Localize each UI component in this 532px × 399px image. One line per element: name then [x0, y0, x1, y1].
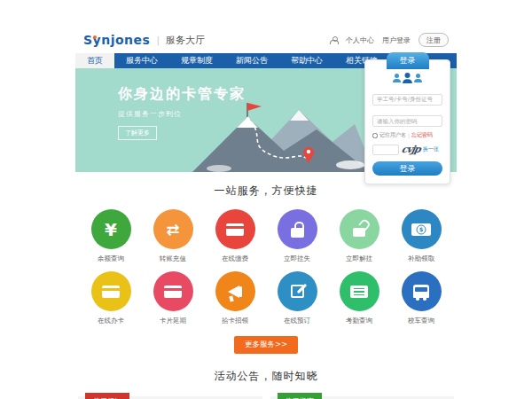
nav-item-service-center[interactable]: 服务中心 — [114, 53, 169, 68]
nav-item-news[interactable]: 新闻公告 — [224, 53, 279, 68]
users-icon — [372, 73, 442, 82]
lock-icon — [291, 228, 304, 238]
password-input[interactable] — [372, 115, 442, 127]
login-tab[interactable]: 登录 — [387, 52, 429, 69]
more-services-button[interactable]: 更多服务>> — [234, 336, 298, 354]
edit-icon — [291, 285, 304, 298]
service-label: 在线办卡 — [98, 317, 124, 325]
service-item-balance[interactable]: 余额查询 — [80, 209, 142, 263]
user-icon — [393, 74, 401, 82]
service-label: 拾卡招领 — [222, 317, 248, 325]
remember-label: 记住用户名 — [379, 131, 406, 139]
person-icon — [330, 36, 338, 44]
site-name: 服务大厅 — [166, 34, 205, 47]
hero-title: 你身边的卡管专家 — [118, 85, 246, 104]
services-row-1: 余额查询 转账充值 在线缴费 立即挂失 立即解挂 补助领取 — [75, 209, 457, 263]
services-row-2: 在线办卡 卡片延期 拾卡招领 在线预订 考勤查询 校车查询 — [75, 271, 457, 325]
service-item-subsidy[interactable]: 补助领取 — [390, 209, 452, 263]
service-item-found-card[interactable]: 拾卡招领 — [204, 271, 266, 325]
captcha-image[interactable]: cvjp — [401, 144, 422, 155]
card-icon — [102, 286, 120, 298]
service-label: 校车查询 — [408, 317, 434, 325]
header-right: 个人中心 用户登录 注册 — [330, 33, 449, 47]
service-label: 转账充值 — [160, 254, 186, 263]
announcements-section-title: 活动公告，随时知晓 — [75, 369, 457, 384]
service-item-payment[interactable]: 在线缴费 — [204, 209, 266, 263]
register-button[interactable]: 注册 — [419, 33, 449, 47]
more-services-wrap: 更多服务>> — [75, 333, 457, 354]
service-item-apply-card[interactable]: 在线办卡 — [80, 271, 142, 325]
service-item-cancel-loss[interactable]: 立即解挂 — [328, 209, 390, 263]
header: Synjones | 服务大厅 个人中心 用户登录 注册 — [75, 27, 457, 53]
login-panel: 登录 记住用户名 | 忘记密码 cvjp 换一张 登录 — [364, 59, 450, 184]
forgot-password-link[interactable]: 忘记密码 — [411, 131, 433, 139]
service-item-transfer[interactable]: 转账充值 — [142, 209, 204, 263]
bus-icon — [413, 285, 429, 298]
captcha-refresh-link[interactable]: 换一张 — [423, 145, 439, 153]
service-item-card-extension[interactable]: 卡片延期 — [142, 271, 204, 325]
user-guide-ribbon-tab[interactable]: 使用指南 — [278, 393, 322, 399]
megaphone-icon — [228, 286, 239, 298]
user-login-link[interactable]: 用户登录 — [382, 35, 411, 45]
transfer-icon — [166, 220, 179, 239]
card-icon — [164, 286, 182, 298]
service-label: 立即挂失 — [284, 254, 310, 263]
unlock-icon — [353, 228, 365, 237]
header-divider: | — [156, 35, 160, 46]
service-label: 在线缴费 — [222, 254, 248, 263]
remember-checkbox[interactable] — [372, 133, 378, 138]
service-label: 卡片延期 — [160, 317, 186, 325]
service-label: 在线预订 — [284, 317, 310, 325]
service-item-attendance[interactable]: 考勤查询 — [328, 271, 390, 325]
service-label: 补助领取 — [408, 254, 434, 263]
hero-subtitle: 提供服务一步到位 — [118, 109, 246, 119]
service-label: 考勤查询 — [346, 317, 372, 325]
remember-divider: | — [408, 132, 410, 138]
hero-text: 你身边的卡管专家 提供服务一步到位 了解更多 — [118, 85, 246, 140]
user-icon — [403, 73, 412, 83]
personal-center-link[interactable]: 个人中心 — [346, 35, 374, 45]
captcha-row: cvjp 换一张 — [372, 144, 442, 155]
remember-row: 记住用户名 | 忘记密码 — [372, 131, 442, 139]
page: Synjones | 服务大厅 个人中心 用户登录 注册 首页 服务中心 规章制… — [75, 27, 457, 399]
banknote-icon — [411, 223, 431, 236]
yen-icon — [105, 219, 117, 240]
service-item-school-bus[interactable]: 校车查询 — [390, 271, 452, 325]
hero-cta-button[interactable]: 了解更多 — [118, 126, 157, 140]
service-item-report-loss[interactable]: 立即挂失 — [266, 209, 328, 263]
login-submit-button[interactable]: 登录 — [372, 161, 442, 176]
nav-item-help-center[interactable]: 帮助中心 — [279, 53, 334, 68]
usage-notice-ribbon-tab[interactable]: 使用须知 — [85, 393, 129, 399]
service-label: 立即解挂 — [346, 254, 372, 263]
service-item-online-booking[interactable]: 在线预订 — [266, 271, 328, 325]
nav-item-rules[interactable]: 规章制度 — [169, 53, 224, 68]
user-icon — [414, 74, 422, 82]
account-input[interactable] — [372, 94, 442, 106]
hero-banner: 你身边的卡管专家 提供服务一步到位 了解更多 登录 — [75, 68, 457, 172]
captcha-input[interactable] — [372, 145, 399, 155]
service-label: 余额查询 — [98, 254, 124, 263]
logo[interactable]: Synjones — [83, 33, 150, 47]
services-section-title: 一站服务，方便快捷 — [75, 184, 457, 199]
nav-item-home[interactable]: 首页 — [75, 53, 114, 68]
list-icon — [350, 286, 368, 298]
card-icon — [226, 223, 244, 236]
